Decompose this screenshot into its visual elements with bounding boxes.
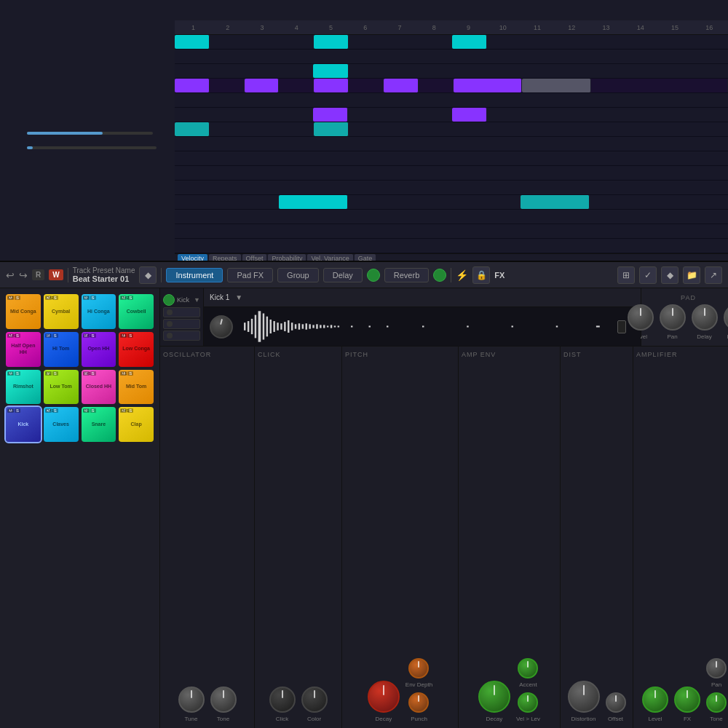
pad-fx-tab[interactable]: Pad FX <box>227 268 273 282</box>
preset-icon-btn[interactable]: ◆ <box>139 266 157 284</box>
swing-slider[interactable] <box>27 132 152 135</box>
pad-openhh[interactable]: MS A#1 Open HH <box>82 332 116 367</box>
reverb-tab[interactable]: Reverb <box>384 268 429 282</box>
pad-halfopenhh[interactable]: MS G#1 Half Open HH <box>6 332 41 367</box>
amp-pan-dial: Pan <box>706 658 727 688</box>
repeats-tab[interactable]: Repeats <box>209 254 241 262</box>
group-tab[interactable]: Group <box>277 268 319 282</box>
pad-lowconga[interactable]: MS B1 Low Conga <box>119 332 154 367</box>
env-depth-knob[interactable] <box>408 658 429 678</box>
bs-main: MS C2 Mid Conga MS C#2 Cymbal MS D2 <box>0 288 728 728</box>
w-btn[interactable]: W <box>49 269 63 280</box>
lock-icon-btn[interactable]: 🔒 <box>472 266 490 284</box>
col-6: 6 <box>348 24 382 31</box>
pad-reverb-knob[interactable] <box>724 304 729 331</box>
external-btn[interactable]: ↗ <box>705 266 722 284</box>
offset-slider[interactable] <box>27 146 157 149</box>
pad-clap[interactable]: MS D#1 Clap <box>119 407 154 442</box>
grid-row-hitom[interactable] <box>175 166 728 181</box>
reverb-power-btn[interactable] <box>433 269 446 282</box>
pad-closedhh[interactable]: MS F#1 Closed HH <box>82 370 116 405</box>
pad-claves[interactable]: MS C#1 Claves <box>44 407 79 442</box>
delay-tab[interactable]: Delay <box>323 268 363 282</box>
gate-tab[interactable]: Gate <box>355 254 376 262</box>
playhead-knob[interactable] <box>210 315 233 339</box>
pad-lowtom[interactable]: MS F1 Low Tom <box>44 370 79 405</box>
grid-row-clap[interactable] <box>175 79 728 93</box>
delay-power-btn[interactable] <box>367 269 380 282</box>
vel-variance-tab[interactable]: Vel. Variance <box>307 254 352 262</box>
folder-btn[interactable]: 📁 <box>683 266 700 284</box>
pad-snare[interactable]: MS D1 Snare <box>82 407 116 442</box>
grid-row-midconga[interactable] <box>175 210 728 224</box>
tone-osc-label: Tone <box>217 716 229 722</box>
distortion-knob[interactable] <box>568 681 600 713</box>
vel-lev-knob[interactable] <box>518 692 538 713</box>
amp-decay-knob[interactable] <box>478 681 510 713</box>
sample-power-btn[interactable] <box>163 294 175 306</box>
offset-dist-knob[interactable] <box>606 692 626 713</box>
loop-marker[interactable] <box>617 320 626 333</box>
velocity-tab[interactable]: Velocity <box>178 254 207 262</box>
punch-label: Punch <box>411 716 427 722</box>
redo-btn[interactable]: ↪ <box>19 269 28 281</box>
grid-row-snare[interactable] <box>175 64 728 79</box>
pad-midtom[interactable]: MS G1 Mid Tom <box>119 370 154 405</box>
svg-rect-13 <box>291 323 293 331</box>
pad-rimshot[interactable]: MS E1 Rimshot <box>6 370 41 405</box>
col-13: 13 <box>589 24 623 31</box>
r-btn[interactable]: R <box>32 269 44 280</box>
amp-tone-knob[interactable] <box>706 692 727 713</box>
pad-cowbell[interactable]: MS D#2 Cowbell <box>119 294 154 329</box>
sample-slot-2 <box>163 307 200 317</box>
amp-level-knob[interactable] <box>642 687 668 713</box>
svg-rect-27 <box>351 325 352 327</box>
grid-row-hiconga[interactable] <box>175 239 728 253</box>
grid-row-midtom[interactable] <box>175 137 728 151</box>
probability-tab[interactable]: Probability <box>268 254 306 262</box>
col-2: 2 <box>210 24 245 31</box>
modules-area: OSCILLATOR Tune Tone CLICK <box>160 347 728 728</box>
pad-hiconga[interactable]: MS D2 Hi Conga <box>82 294 116 329</box>
grid-row-lowconga[interactable] <box>175 195 728 210</box>
svg-rect-10 <box>280 323 282 329</box>
grid-view-btn[interactable]: ⊞ <box>617 266 635 284</box>
undo-btn[interactable]: ↩ <box>6 269 15 281</box>
instrument-tab[interactable]: Instrument <box>166 268 223 282</box>
grid-row-lowtom[interactable] <box>175 108 728 122</box>
diamond-btn[interactable]: ◆ <box>661 266 678 284</box>
grid-row-rimshot[interactable] <box>175 93 728 108</box>
sep-1 <box>68 268 68 282</box>
amp-tone-dial: Tone <box>706 692 727 722</box>
pad-level-knob[interactable] <box>628 304 654 331</box>
pad-midconga[interactable]: MS C2 Mid Conga <box>6 294 41 329</box>
pad-pan-knob[interactable] <box>660 304 686 331</box>
click-knob[interactable] <box>269 687 296 713</box>
punch-knob[interactable] <box>408 692 429 713</box>
pad-delay-knob[interactable] <box>692 304 718 331</box>
pitch-title: PITCH <box>345 351 368 358</box>
grid-row-halfopenhh[interactable] <box>175 151 728 166</box>
pad-cymbal[interactable]: MS C#2 Cymbal <box>44 294 79 329</box>
tone-osc-dial: Tone <box>210 687 237 722</box>
offset-tab[interactable]: Offset <box>242 254 267 262</box>
grid-row-cymbal[interactable] <box>175 224 728 239</box>
oscillator-title: OSCILLATOR <box>163 351 211 358</box>
grid-row-claves[interactable] <box>175 50 728 64</box>
tune-knob[interactable] <box>178 687 205 713</box>
color-knob[interactable] <box>301 687 328 713</box>
check-btn[interactable]: ✓ <box>639 266 657 284</box>
grid-row-openhh[interactable] <box>175 181 728 195</box>
accent-knob[interactable] <box>518 658 538 678</box>
pad-hitom[interactable]: MS A1 Hi Tom <box>44 332 79 367</box>
preset-label: Track Preset Name <box>73 266 135 274</box>
amp-fx-knob[interactable] <box>674 687 700 713</box>
pitch-knob-row: Decay Env Depth Punch <box>345 361 455 722</box>
tone-osc-knob[interactable] <box>210 687 237 713</box>
grid-row-closedhh[interactable] <box>175 122 728 137</box>
pad-kick[interactable]: MS C1 Kick <box>6 407 41 442</box>
grid-row-kick[interactable] <box>175 35 728 50</box>
amp-pan-knob[interactable] <box>706 658 727 678</box>
click-title: CLICK <box>258 351 281 358</box>
pitch-decay-knob[interactable] <box>368 681 400 713</box>
